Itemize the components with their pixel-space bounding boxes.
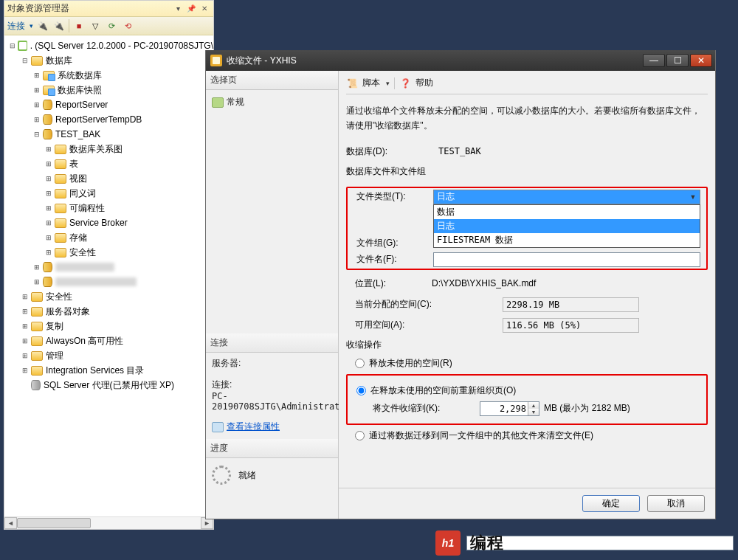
connect-button[interactable]: 连接 [7,20,25,32]
tree-databases[interactable]: ⊟数据库 [9,53,213,68]
view-connection-properties[interactable]: 查看连接属性 [227,421,280,433]
tree-diagrams[interactable]: ⊞数据库关系图 [9,142,213,156]
radio-reorganize[interactable]: 在释放未使用的空间前重新组织页(O) [356,384,703,397]
connect-icon[interactable]: 🔌 [36,19,49,32]
dialog-title: 收缩文件 - YXHIS [227,55,641,67]
shrink-to-spinbox[interactable]: ▲▼ [480,401,539,416]
shrink-file-dialog: 收缩文件 - YXHIS — ☐ ✕ 选择页 常规 连接 服务器: 连接: PC… [205,50,716,519]
radio-release-input[interactable] [355,359,365,368]
tree-root[interactable]: ⊟. (SQL Server 12.0.2000 - PC-20190708SJ… [9,38,213,53]
tree-security[interactable]: ⊞安全性 [9,289,213,304]
horizontal-scrollbar[interactable]: ◄ ► [4,516,213,529]
tree-replication[interactable]: ⊞复制 [9,319,213,333]
maximize-button[interactable]: ☐ [666,54,689,67]
tree-management[interactable]: ⊞管理 [9,348,213,363]
spin-up-icon[interactable]: ▲ [528,402,539,409]
filetype-label: 文件类型(T): [356,190,430,203]
explorer-header: 对象资源管理器 ▾ 📌 ✕ [4,1,213,17]
tree-hidden1[interactable]: ⊞ [9,260,213,274]
tree-hidden2[interactable]: ⊞ [9,274,213,289]
tree-programmability[interactable]: ⊞可编程性 [9,201,213,215]
explorer-title: 对象资源管理器 [7,2,170,15]
filter-icon[interactable]: ▽ [89,19,102,32]
tree-security-db[interactable]: ⊞安全性 [9,245,213,260]
dialog-icon [210,55,222,66]
dialog-footer: 确定 取消 [339,488,715,519]
script-button[interactable]: 脚本 [362,77,380,89]
minimize-button[interactable]: — [643,54,665,67]
cancel-button[interactable]: 取消 [647,495,705,512]
dropdown-icon[interactable]: ▾ [172,3,184,15]
description-text: 通过收缩单个文件释放未分配的空间，可以减小数据库的大小。若要收缩所有数据库文件，… [346,103,708,134]
connection-label: 连接: [212,378,332,391]
filename-input[interactable] [433,252,700,267]
filetype-dropdown-list[interactable]: 数据 日志 FILESTREAM 数据 [433,204,700,248]
tree-servicebroker[interactable]: ⊞Service Broker [9,215,213,230]
logo-mark: h1 [435,530,461,556]
radio-reorganize-input[interactable] [356,386,366,395]
sync-icon[interactable]: ⟲ [121,19,134,32]
page-general[interactable]: 常规 [212,94,332,110]
page-icon [212,97,224,108]
tree-testbak[interactable]: ⊟TEST_BAK [9,127,213,142]
tree-systemdb[interactable]: ⊞系统数据库 [9,68,213,83]
object-explorer-panel: 对象资源管理器 ▾ 📌 ✕ 连接 ▾ 🔌 🔌 ■ ▽ ⟳ ⟲ ⊟. (SQL S… [4,0,214,530]
tree-reportservertemp[interactable]: ⊞ReportServerTempDB [9,112,213,127]
disconnect-icon[interactable]: 🔌 [52,19,66,32]
reorganize-highlight: 在释放未使用的空间前重新组织页(O) 将文件收缩到(K): ▲▼ MB (最小为… [346,374,708,425]
pin-icon[interactable]: 📌 [185,3,197,15]
shrink-title: 收缩操作 [346,339,708,351]
tree-storage[interactable]: ⊞存储 [9,230,213,245]
properties-icon [212,422,224,432]
chevron-down-icon[interactable]: ▼ [688,192,698,202]
alloc-label: 当前分配的空间(C): [355,298,503,311]
shrink-to-input[interactable] [480,404,528,414]
dialog-titlebar[interactable]: 收缩文件 - YXHIS — ☐ ✕ [206,50,715,71]
stop-icon[interactable]: ■ [72,19,86,32]
dialog-left-panel: 选择页 常规 连接 服务器: 连接: PC-20190708SJTG\Admin… [206,71,339,519]
file-group-title: 数据库文件和文件组 [346,165,708,178]
close-button[interactable]: ✕ [690,54,712,67]
radio-empty-input[interactable] [355,431,365,440]
progress-spinner-icon [212,466,231,485]
shrink-to-label: 将文件收缩到(K): [373,402,480,415]
ok-button[interactable]: 确定 [582,495,640,512]
filetype-option-data[interactable]: 数据 [434,205,700,219]
progress-title: 进度 [206,439,338,458]
logo-text: 编程 [466,536,734,550]
tree-tables[interactable]: ⊞表 [9,156,213,171]
tree-integration[interactable]: ⊞Integration Services 目录 [9,363,213,378]
tree-views[interactable]: ⊞视图 [9,171,213,186]
filetype-option-log[interactable]: 日志 [434,219,700,233]
tree-sqlagent[interactable]: SQL Server 代理(已禁用代理 XP) [9,378,213,393]
radio-empty[interactable]: 通过将数据迁移到同一文件组中的其他文件来清空文件(E) [355,429,708,442]
spin-down-icon[interactable]: ▼ [528,409,539,415]
dialog-right-panel: 📜 脚本▾ ❓ 帮助 通过收缩单个文件释放未分配的空间，可以减小数据库的大小。若… [339,71,715,519]
alloc-value: 2298.19 MB [503,297,639,312]
help-button[interactable]: 帮助 [415,77,433,89]
avail-label: 可用空间(A): [355,319,503,331]
connection-value: PC-20190708SJTG\Administrat [212,391,332,412]
filetype-combo[interactable]: 日志▼ 数据 日志 FILESTREAM 数据 [433,190,700,204]
scroll-left-icon[interactable]: ◄ [4,517,17,529]
close-icon[interactable]: ✕ [199,3,210,15]
explorer-tree[interactable]: ⊟. (SQL Server 12.0.2000 - PC-20190708SJ… [4,35,213,519]
tree-synonyms[interactable]: ⊞同义词 [9,186,213,201]
explorer-toolbar: 连接 ▾ 🔌 🔌 ■ ▽ ⟳ ⟲ [4,17,213,35]
progress-status: 就绪 [238,469,256,482]
script-icon: 📜 [346,77,358,89]
watermark-logo: h1 编程 [435,530,734,556]
filetype-option-filestream[interactable]: FILESTREAM 数据 [434,233,700,247]
select-page-title: 选择页 [206,71,338,90]
tree-serverobj[interactable]: ⊞服务器对象 [9,304,213,319]
tree-reportserver[interactable]: ⊞ReportServer [9,97,213,112]
file-settings-highlight: 文件类型(T): 日志▼ 数据 日志 FILESTREAM 数据 文件组( [346,187,708,270]
shrink-to-unit: MB (最小为 2182 MB) [544,402,630,415]
tree-alwayson[interactable]: ⊞AlwaysOn 高可用性 [9,333,213,348]
refresh-icon[interactable]: ⟳ [105,19,118,32]
radio-release[interactable]: 释放未使用的空间(R) [355,357,708,370]
scroll-thumb[interactable] [17,518,91,528]
tree-snapshots[interactable]: ⊞数据库快照 [9,83,213,97]
help-icon: ❓ [399,77,411,89]
db-label: 数据库(D): [346,145,438,158]
